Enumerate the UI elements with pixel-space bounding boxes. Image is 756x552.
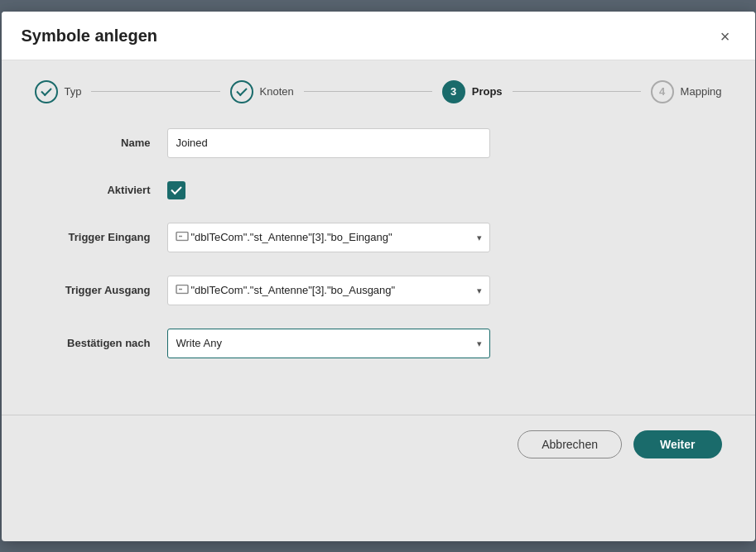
form-row-aktiviert: Aktiviert [35, 181, 722, 199]
cancel-button[interactable]: Abbrechen [518, 430, 622, 458]
step-typ: Typ [35, 80, 82, 103]
step-label-typ: Typ [65, 85, 82, 98]
bestaetigen-select-wrapper: Write Any Read Any Both ▾ [167, 329, 490, 358]
step-knoten: Knoten [230, 80, 294, 103]
step-line-3 [513, 91, 641, 92]
modal-header: Symbole anlegen × [2, 12, 755, 60]
bestaetigen-label: Bestätigen nach [35, 337, 167, 349]
close-button[interactable]: × [715, 26, 735, 46]
checkmark-icon [41, 84, 51, 95]
aktiviert-label: Aktiviert [35, 184, 167, 196]
bestaetigen-select[interactable]: Write Any Read Any Both [167, 329, 490, 358]
step-circle-knoten [230, 80, 253, 103]
step-line-1 [91, 91, 219, 92]
check-inner-icon [171, 184, 181, 194]
trigger-eingang-select[interactable]: "dblTeCom"."st_Antenne"[3]."bo_Eingang" [167, 223, 490, 252]
stepper: Typ Knoten 3 Props 4 [2, 60, 755, 120]
step-number-props: 3 [450, 85, 456, 98]
step-props: 3 Props [442, 80, 503, 103]
name-input[interactable] [167, 128, 490, 158]
modal-footer: Abbrechen Weiter [2, 415, 755, 473]
checkmark-icon-2 [236, 84, 247, 95]
step-label-mapping: Mapping [681, 85, 722, 98]
form-row-trigger-ausgang: Trigger Ausgang "dblTeCom"."st_Antenne"[… [35, 276, 722, 305]
step-number-mapping: 4 [659, 85, 665, 98]
trigger-ausgang-select[interactable]: "dblTeCom"."st_Antenne"[3]."bo_Ausgang" [167, 276, 490, 305]
aktiviert-checkbox[interactable] [167, 181, 185, 199]
trigger-eingang-select-wrapper: "dblTeCom"."st_Antenne"[3]."bo_Eingang" … [167, 223, 490, 252]
step-line-2 [304, 91, 432, 92]
form-row-name: Name [35, 128, 722, 158]
trigger-ausgang-label: Trigger Ausgang [35, 284, 167, 296]
step-label-props: Props [472, 85, 503, 98]
step-circle-props: 3 [442, 80, 465, 103]
trigger-eingang-label: Trigger Eingang [35, 231, 167, 243]
step-circle-mapping: 4 [651, 80, 674, 103]
trigger-ausgang-select-wrapper: "dblTeCom"."st_Antenne"[3]."bo_Ausgang" … [167, 276, 490, 305]
step-label-knoten: Knoten [260, 85, 294, 98]
step-mapping: 4 Mapping [651, 80, 722, 103]
name-label: Name [35, 137, 167, 149]
next-button[interactable]: Weiter [633, 430, 722, 458]
modal-dialog: Symbole anlegen × Typ Knoten [2, 12, 755, 541]
form-row-bestaetigen: Bestätigen nach Write Any Read Any Both … [35, 329, 722, 358]
modal-overlay: Symbole anlegen × Typ Knoten [0, 0, 756, 552]
modal-body: Name Aktiviert Trigger Eingang [2, 120, 755, 398]
form-row-trigger-eingang: Trigger Eingang "dblTeCom"."st_Antenne"[… [35, 223, 722, 252]
modal-title: Symbole anlegen [22, 26, 158, 46]
step-circle-typ [35, 80, 58, 103]
aktiviert-checkbox-wrapper[interactable] [167, 181, 185, 199]
